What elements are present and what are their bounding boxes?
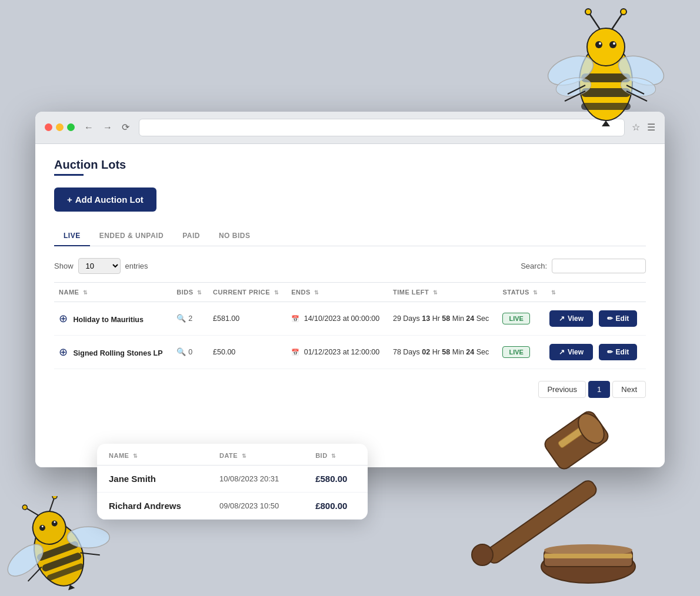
svg-rect-25 [46, 562, 84, 581]
page-title: Auction Lots [54, 158, 646, 172]
next-button[interactable]: Next [612, 381, 646, 398]
row2-ends-cell: 📅 01/12/2023 at 12:00:00 [286, 335, 388, 369]
sort-name-icon[interactable]: ⇅ [83, 290, 88, 296]
close-window-dot[interactable] [45, 123, 52, 131]
back-button[interactable]: ← [82, 121, 96, 134]
table-row: ⊕ Signed Rolling Stones LP 🔍 0 £50.00 📅 … [54, 335, 646, 369]
add-auction-lot-button[interactable]: + Add Auction Lot [54, 187, 156, 212]
row1-bids-cell: 🔍 2 [172, 302, 208, 335]
svg-line-9 [588, 12, 600, 29]
svg-point-27 [39, 524, 46, 532]
row1-view-button[interactable]: ↗ View [549, 310, 593, 327]
col-current-price: CURRENT PRICE ⇅ [208, 282, 286, 302]
col-name: NAME ⇅ [54, 282, 172, 302]
bid-sort-name[interactable]: ⇅ [133, 453, 138, 459]
pagination: Previous 1 Next [54, 381, 646, 398]
sort-status-icon[interactable]: ⇅ [533, 290, 538, 296]
plus-icon: + [67, 195, 72, 205]
bid2-amount: £800.00 [315, 501, 347, 511]
svg-point-35 [2, 538, 48, 582]
sort-actions-icon: ⇅ [551, 290, 556, 296]
row1-bids-count: 2 [188, 314, 192, 323]
row2-bids-count: 0 [188, 348, 192, 356]
tab-no-bids[interactable]: NO BIDS [209, 226, 260, 246]
svg-point-4 [587, 28, 625, 66]
svg-point-33 [22, 504, 28, 510]
svg-point-40 [541, 550, 635, 583]
bid-col-date: DATE ⇅ [208, 444, 304, 466]
row1-edit-button[interactable]: ✏ Edit [599, 310, 638, 327]
row2-time-cell: 78 Days 02 Hr 58 Min 24 Sec [388, 335, 498, 369]
row2-ends-date: 01/12/2023 at 12:00:00 [304, 348, 380, 356]
url-bar[interactable] [139, 119, 625, 136]
row1-price-cell: £581.00 [208, 302, 286, 335]
row2-price-cell: £50.00 [208, 335, 286, 369]
view-icon: ↗ [559, 348, 565, 356]
sort-price-icon[interactable]: ⇅ [274, 290, 279, 296]
auction-lots-table: NAME ⇅ BIDS ⇅ CURRENT PRICE ⇅ ENDS ⇅ [54, 282, 646, 369]
sort-ends-icon[interactable]: ⇅ [314, 290, 319, 296]
search-input[interactable] [552, 259, 646, 273]
nav-buttons: ← → ⟳ [82, 120, 132, 134]
row1-expand-icon[interactable]: ⊕ [59, 313, 68, 324]
previous-button[interactable]: Previous [538, 381, 586, 398]
svg-line-38 [25, 567, 44, 581]
bid2-date: 09/08/2023 10:50 [219, 501, 279, 510]
edit-icon: ✏ [607, 314, 613, 323]
col-ends: ENDS ⇅ [286, 282, 388, 302]
bid-sort-date[interactable]: ⇅ [242, 453, 247, 459]
svg-point-14 [615, 51, 665, 91]
page-content: Auction Lots + Add Auction Lot LIVE ENDE… [35, 144, 665, 467]
bid-sort-bid[interactable]: ⇅ [331, 453, 336, 459]
svg-line-31 [25, 504, 38, 519]
svg-line-32 [45, 497, 59, 512]
menu-icon[interactable]: ☰ [647, 122, 655, 133]
refresh-button[interactable]: ⟳ [119, 120, 132, 134]
forward-button[interactable]: → [101, 121, 115, 134]
svg-point-42 [544, 544, 632, 556]
svg-point-34 [52, 496, 58, 500]
page-1-button[interactable]: 1 [588, 381, 610, 398]
row2-edit-button[interactable]: ✏ Edit [599, 344, 638, 360]
svg-line-20 [626, 85, 644, 94]
tab-live[interactable]: LIVE [54, 226, 90, 246]
svg-rect-1 [581, 73, 631, 82]
col-time-left: TIME LEFT ⇅ [388, 282, 498, 302]
col-status: STATUS ⇅ [498, 282, 545, 302]
title-underline [54, 174, 84, 176]
entries-select[interactable]: 10 25 50 100 [78, 258, 121, 274]
row2-name-cell: ⊕ Signed Rolling Stones LP [54, 335, 172, 369]
tab-ended-unpaid[interactable]: ENDED & UNPAID [90, 226, 173, 246]
row1-bids-icon: 🔍 [176, 314, 186, 323]
svg-rect-43 [544, 554, 632, 558]
row1-time-cell: 29 Days 13 Hr 58 Min 24 Sec [388, 302, 498, 335]
minimize-window-dot[interactable] [56, 123, 64, 131]
sort-time-icon[interactable]: ⇅ [433, 290, 438, 296]
bee-bottom-decoration [0, 496, 112, 596]
col-actions: ⇅ [545, 282, 646, 302]
svg-point-7 [599, 42, 601, 45]
svg-rect-3 [581, 103, 631, 110]
tab-paid[interactable]: PAID [173, 226, 209, 246]
entries-label: entries [125, 262, 148, 270]
bookmark-icon[interactable]: ☆ [632, 122, 640, 133]
bid-card: NAME ⇅ DATE ⇅ BID ⇅ Jane Smith 10/08/202… [97, 444, 368, 520]
row2-view-button[interactable]: ↗ View [549, 344, 593, 360]
svg-line-19 [565, 91, 585, 101]
bid1-name: Jane Smith [109, 474, 156, 484]
maximize-window-dot[interactable] [67, 123, 75, 131]
bid-row: Jane Smith 10/08/2023 20:31 £580.00 [97, 466, 368, 493]
row2-status-badge: LIVE [502, 346, 529, 358]
row1-ends-icon: 📅 [291, 315, 299, 322]
svg-rect-2 [581, 88, 631, 97]
bid1-date: 10/08/2023 20:31 [219, 474, 279, 483]
row2-expand-icon[interactable]: ⊕ [59, 346, 68, 358]
row1-ends-date: 14/10/2023 at 00:00:00 [304, 314, 380, 323]
col-bids: BIDS ⇅ [172, 282, 208, 302]
sort-bids-icon[interactable]: ⇅ [197, 290, 202, 296]
row2-ends-icon: 📅 [291, 349, 299, 356]
svg-point-12 [621, 9, 626, 15]
svg-line-18 [568, 85, 585, 94]
svg-point-22 [26, 516, 92, 593]
svg-point-45 [472, 544, 493, 565]
